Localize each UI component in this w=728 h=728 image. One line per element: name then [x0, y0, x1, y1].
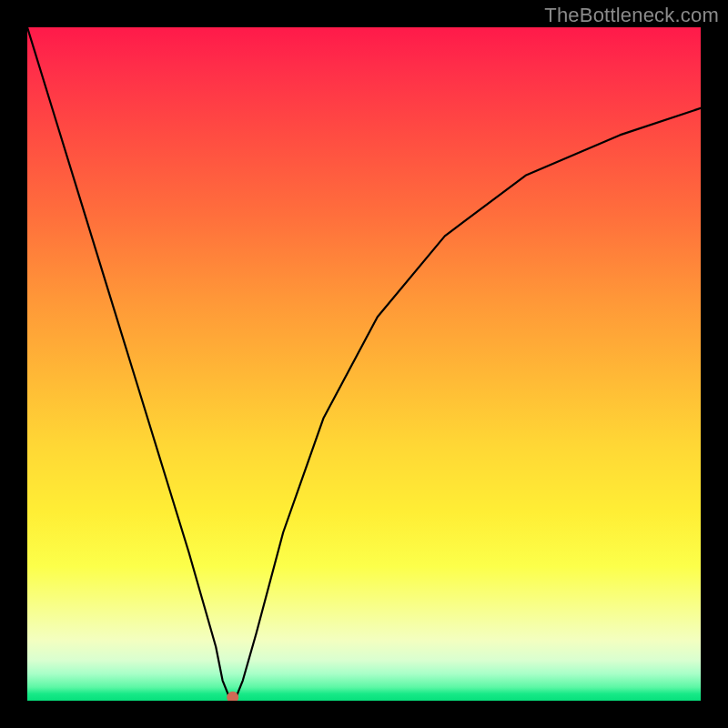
bottleneck-curve	[27, 27, 701, 697]
curve-svg	[27, 27, 701, 701]
optimal-point-marker	[228, 692, 238, 701]
plot-area	[27, 27, 701, 701]
watermark-text: TheBottleneck.com	[544, 4, 719, 27]
chart-frame: TheBottleneck.com	[0, 0, 728, 728]
